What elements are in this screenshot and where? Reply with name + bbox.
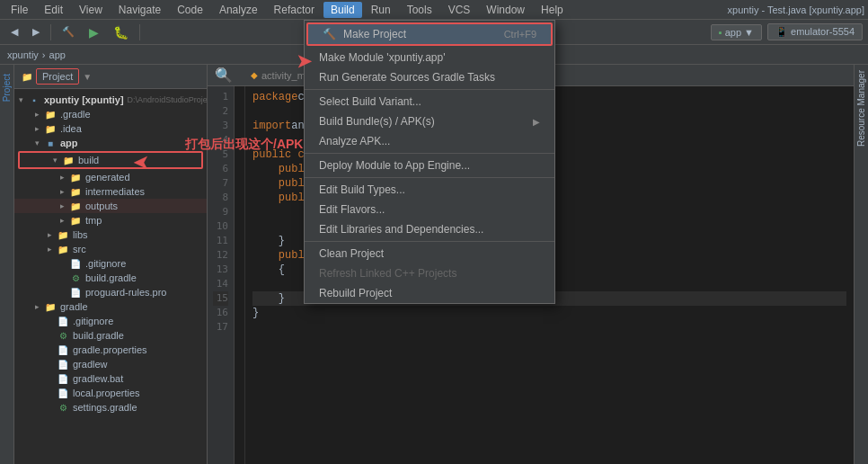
menu-help[interactable]: Help (534, 2, 571, 18)
menu-tools[interactable]: Tools (400, 2, 439, 18)
forward-button[interactable]: ▶ (27, 24, 45, 40)
menu-vcs[interactable]: VCS (441, 2, 478, 18)
menu-analyze[interactable]: Analyze (212, 2, 265, 18)
tree-item-settings-gradle[interactable]: ▸ ⚙ settings.gradle (14, 400, 207, 415)
menu-item-label: Rebuild Project (319, 287, 392, 299)
menu-run-gradle-tasks[interactable]: Run Generate Sources Gradle Tasks (305, 67, 554, 87)
menu-edit-flavors[interactable]: Edit Flavors... (305, 200, 554, 219)
folder-icon: 📁 (68, 185, 83, 198)
search-icon: 🔍 (215, 67, 233, 84)
tree-item-gradlew[interactable]: ▸ 📄 gradlew (14, 357, 207, 371)
debug-button[interactable]: 🐛 (108, 23, 134, 41)
menu-select-build-variant[interactable]: Select Build Variant... (305, 92, 554, 112)
tree-item-gradle-root[interactable]: ▸ 📁 gradle (14, 299, 207, 314)
tree-label: libs (73, 229, 88, 240)
run-button[interactable]: ▶ (84, 23, 104, 41)
app-selector[interactable]: ▪ app ▼ (711, 24, 762, 40)
tree-item-gradle[interactable]: ▸ 📁 .gradle (14, 107, 207, 121)
menu-analyze-apk[interactable]: Analyze APK... (305, 131, 554, 151)
project-side-tab[interactable]: Project (0, 68, 13, 107)
tree-item-idea[interactable]: ▸ 📁 .idea (14, 121, 207, 136)
tree-item-gitignore-root[interactable]: ▸ 📄 .gitignore (14, 314, 207, 328)
expand-arrow: ▸ (43, 230, 56, 239)
tree-item-src[interactable]: ▸ 📁 src (14, 242, 207, 256)
expand-arrow: ▸ (31, 110, 43, 119)
tree-item-local-props[interactable]: ▸ 📄 local.properties (14, 386, 207, 400)
tree-item-xpuntiy[interactable]: ▾ ▪ xpuntiy [xpuntiy] D:\AndroidStudioPr… (14, 93, 207, 107)
search-icon-btn[interactable]: 🔍 (208, 65, 240, 85)
file-icon: 📄 (56, 344, 70, 356)
tree-item-tmp[interactable]: ▸ 📁 tmp (14, 213, 207, 228)
tree-label: gradlew (73, 359, 108, 370)
file-icon: 📄 (56, 387, 70, 399)
menu-window[interactable]: Window (479, 2, 532, 18)
tree-label: app (60, 138, 78, 148)
menu-navigate[interactable]: Navigate (111, 2, 168, 18)
tree-label: gradle (60, 301, 88, 312)
tree-item-gitignore-app[interactable]: ▸ 📄 .gitignore (14, 256, 207, 271)
panel-dropdown-arrow[interactable]: ▼ (83, 72, 92, 82)
tree-item-build[interactable]: ▾ 📁 build (20, 153, 201, 167)
menu-code[interactable]: Code (170, 2, 210, 18)
menu-edit-libraries[interactable]: Edit Libraries and Dependencies... (305, 219, 554, 239)
menu-run[interactable]: Run (364, 2, 398, 18)
tree-item-libs[interactable]: ▸ 📁 libs (14, 228, 207, 242)
tree-item-gradlew-bat[interactable]: ▸ 📄 gradlew.bat (14, 371, 207, 386)
menu-item-label: Edit Libraries and Dependencies... (319, 223, 483, 236)
tree-item-generated[interactable]: ▸ 📁 generated (14, 170, 207, 184)
menu-item-label: Make Project (343, 28, 406, 40)
menu-build-bundle-apk[interactable]: Build Bundle(s) / APK(s) ▶ (305, 112, 554, 131)
menu-item-label: Edit Build Types... (319, 183, 405, 196)
annotation-text: 打包后出现这个/APK (185, 137, 303, 153)
tree-item-gradle-props[interactable]: ▸ 📄 gradle.properties (14, 343, 207, 357)
app-selector-icon: ▪ (719, 27, 722, 38)
tree-label: .gitignore (73, 316, 113, 326)
menu-deploy-module[interactable]: Deploy Module to App Engine... (305, 156, 554, 175)
folder-icon: 📁 (68, 171, 83, 183)
tree-label: settings.gradle (73, 402, 137, 413)
menu-clean-project[interactable]: Clean Project (305, 244, 554, 263)
tree-item-build-gradle-root[interactable]: ▸ ⚙ build.gradle (14, 328, 207, 343)
back-button[interactable]: ◀ (5, 24, 23, 40)
menu-file[interactable]: File (4, 2, 35, 18)
breadcrumb-app[interactable]: app (49, 49, 66, 60)
tree-item-build-gradle-app[interactable]: ▸ ⚙ build.gradle (14, 271, 207, 285)
build-highlight-container: ▾ 📁 build (18, 151, 203, 169)
submenu-arrow-icon: ▶ (533, 117, 540, 127)
tree-item-proguard[interactable]: ▸ 📄 proguard-rules.pro (14, 285, 207, 299)
menu-make-project[interactable]: 🔨 Make Project Ctrl+F9 (308, 24, 551, 44)
panel-title[interactable]: Project (36, 68, 79, 85)
menu-item-label: Clean Project (319, 247, 384, 260)
resource-manager-tab[interactable]: Resource Manager (855, 65, 868, 152)
expand-arrow: ▾ (31, 138, 43, 147)
tree-label-xpuntiy: xpuntiy [xpuntiy] (44, 94, 124, 105)
folder-icon: 📁 (61, 154, 75, 166)
menu-item-label: Deploy Module to App Engine... (319, 159, 470, 172)
menu-edit-build-types[interactable]: Edit Build Types... (305, 180, 554, 200)
tree-item-outputs[interactable]: ▸ 📁 outputs (14, 199, 207, 213)
expand-arrow: ▸ (56, 173, 68, 182)
hammer-icon: 🔨 (323, 28, 336, 40)
tree-label: gradlew.bat (73, 373, 123, 384)
tree-item-intermediates[interactable]: ▸ 📁 intermediates (14, 184, 207, 199)
tree-label: .gradle (60, 109, 91, 120)
right-side-tabs: Resource Manager (854, 65, 868, 464)
menu-bar: File Edit View Navigate Code Analyze Ref… (0, 0, 868, 20)
menu-build[interactable]: Build (323, 2, 362, 18)
red-arrow-make: ➤ (297, 50, 312, 72)
folder-icon: 📁 (22, 72, 32, 82)
menu-refactor[interactable]: Refactor (267, 2, 322, 18)
breadcrumb-root[interactable]: xpuntiy (7, 49, 39, 60)
menu-make-module[interactable]: Make Module 'xpuntiy.app' (305, 48, 554, 67)
expand-arrow: ▾ (49, 156, 61, 165)
separator (305, 153, 554, 154)
tree-item-app[interactable]: ▾ ■ app (14, 136, 207, 150)
folder-icon: 📁 (68, 214, 83, 227)
build-button[interactable]: 🔨 (57, 24, 80, 40)
device-selector[interactable]: 📱 emulator-5554 (767, 23, 863, 40)
menu-edit[interactable]: Edit (37, 2, 70, 18)
tree-label: local.properties (73, 388, 140, 398)
menu-rebuild-project[interactable]: Rebuild Project (305, 283, 554, 303)
menu-view[interactable]: View (72, 2, 110, 18)
folder-icon: 📁 (56, 243, 70, 255)
